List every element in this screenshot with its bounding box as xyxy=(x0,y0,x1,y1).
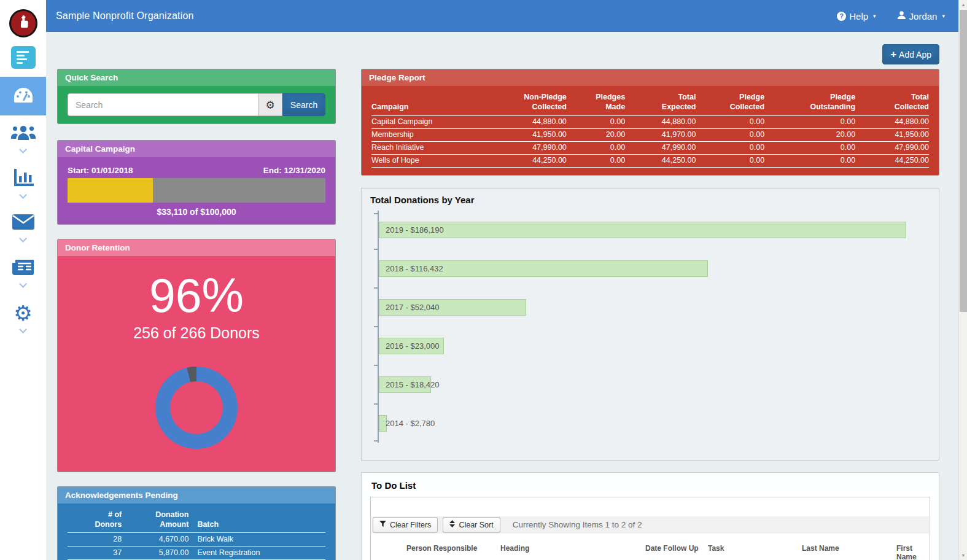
pledge-report-panel: Pledge Report Campaign Non-Pledge Collec… xyxy=(361,69,939,176)
campaign-end-date: End: 12/31/2020 xyxy=(263,166,325,175)
scrollbar-thumb[interactable] xyxy=(960,10,967,312)
column-header: Pledges Made xyxy=(567,90,625,115)
campaign-progress-caption: $33,110 of $100,000 xyxy=(68,207,325,217)
donor-retention-panel: Donor Retention 96% 256 of 266 Donors xyxy=(57,239,336,472)
gear-icon: ⚙ xyxy=(265,99,274,111)
table-row: Reach Initiative47,990.000.0047,990.000.… xyxy=(371,141,929,154)
todo-table-container: Clear Filters Clear Sort Currently Showi… xyxy=(370,497,930,560)
clear-filters-button[interactable]: Clear Filters xyxy=(373,517,438,533)
sidebar-item-news[interactable] xyxy=(0,250,46,295)
chart-title: Total Donations by Year xyxy=(370,195,930,205)
gear-icon: ⚙ xyxy=(14,303,32,324)
todo-list-panel: To Do List Clear Filters xyxy=(361,472,939,560)
column-header: Pledge Outstanding xyxy=(764,90,855,115)
sidebar-item-reports[interactable] xyxy=(0,160,46,205)
pledge-report-title: Pledge Report xyxy=(362,69,939,86)
add-app-label: Add App xyxy=(899,50,931,60)
help-menu[interactable]: ? Help ▾ xyxy=(837,11,876,21)
retention-caption: 256 of 266 Donors xyxy=(58,324,335,342)
plus-icon: + xyxy=(890,49,896,61)
help-icon: ? xyxy=(837,12,846,21)
reminder-hand-icon xyxy=(15,14,32,33)
acknowledgements-panel: Acknowledgements Pending # of Donors Don… xyxy=(57,486,336,560)
app-logo[interactable] xyxy=(9,9,37,37)
chart-bar-2014: 2014 - $2,780 xyxy=(379,415,387,432)
table-row: 28 4,670.00 Brick Walk xyxy=(68,532,325,546)
caret-down-icon: ▾ xyxy=(873,13,876,19)
campaign-start-date: Start: 01/01/2018 xyxy=(68,166,133,175)
todo-status-text: Currently Showing Items 1 to 2 of 2 xyxy=(513,520,642,529)
column-header[interactable]: Person Responsible xyxy=(406,544,500,560)
user-icon xyxy=(897,10,906,21)
column-header: Total Collected xyxy=(855,90,929,115)
sidebar-item-settings[interactable]: ⚙ xyxy=(0,295,46,340)
sidebar-item-contacts[interactable] xyxy=(0,115,46,160)
help-label: Help xyxy=(849,11,868,21)
chart-bar-2017: 2017 - $52,040 xyxy=(379,299,526,316)
campaign-progress-track xyxy=(68,178,325,203)
chevron-down-icon[interactable] xyxy=(19,235,27,243)
menu-toggle-button[interactable] xyxy=(11,46,36,69)
capital-campaign-title: Capital Campaign xyxy=(58,141,335,157)
retention-percent: 96% xyxy=(58,256,335,319)
column-header[interactable]: Date Follow Up xyxy=(645,544,708,560)
chevron-down-icon[interactable] xyxy=(19,191,27,199)
todo-title: To Do List xyxy=(362,473,939,497)
dashboard-page: { "topbar": { "title": "Sample Nonprofit… xyxy=(0,0,967,560)
column-header[interactable]: Heading xyxy=(500,544,645,560)
column-header[interactable]: First Name xyxy=(896,544,930,560)
column-header: # of Donors xyxy=(68,508,122,532)
search-options-button[interactable]: ⚙ xyxy=(258,93,282,116)
sidebar: ⚙ xyxy=(0,0,46,560)
chevron-down-icon[interactable] xyxy=(19,325,27,333)
add-app-button[interactable]: + Add App xyxy=(882,44,939,64)
bar-chart-plot: 2019 - $186,190 2018 - $116,432 2017 - $… xyxy=(378,211,930,443)
chevron-down-icon[interactable] xyxy=(19,280,27,288)
caret-down-icon: ▾ xyxy=(942,13,945,19)
chart-bar-2018: 2018 - $116,432 xyxy=(379,260,708,277)
column-header[interactable]: Task xyxy=(708,544,802,560)
table-row: 37 5,870.00 Event Registration xyxy=(68,546,325,559)
retention-donut-chart xyxy=(155,367,238,449)
search-input[interactable] xyxy=(68,93,258,116)
search-button[interactable]: Search xyxy=(282,93,325,116)
chart-bar-2016: 2016 - $23,000 xyxy=(379,338,444,354)
donations-by-year-panel: Total Donations by Year 2019 - $186,190 … xyxy=(361,188,939,461)
table-row: Capital Campaign44,880.000.0044,880.000.… xyxy=(371,115,929,128)
dashboard-gauge-icon xyxy=(11,85,36,107)
envelope-icon xyxy=(12,214,35,233)
quick-search-panel: Quick Search ⚙ Search xyxy=(57,69,336,124)
capital-campaign-panel: Capital Campaign Start: 01/01/2018 End: … xyxy=(57,140,336,225)
column-header: Campaign xyxy=(371,90,494,115)
column-header: Total Expected xyxy=(625,90,696,115)
column-header: Donation Amount xyxy=(122,508,188,532)
scroll-down-icon[interactable]: ▼ xyxy=(959,551,967,560)
table-row: Wells of Hope44,250.000.0044,250.000.000… xyxy=(371,154,929,167)
user-menu[interactable]: Jordan ▾ xyxy=(897,10,945,21)
chevron-down-icon[interactable] xyxy=(19,146,27,154)
top-bar: Sample Nonprofit Organization ? Help ▾ J… xyxy=(46,0,958,32)
vertical-scrollbar[interactable]: ▲ ▼ xyxy=(958,0,967,560)
chart-bar-2015: 2015 - $18,420 xyxy=(379,376,431,393)
scroll-up-icon[interactable]: ▲ xyxy=(959,0,967,9)
filter-funnel-icon xyxy=(379,521,386,529)
sidebar-item-dashboard[interactable] xyxy=(0,77,46,115)
column-header: Pledge Collected xyxy=(696,90,764,115)
donor-retention-title: Donor Retention xyxy=(58,239,335,256)
campaign-progress-fill xyxy=(68,178,153,203)
sidebar-item-mail[interactable] xyxy=(0,205,46,250)
bar-chart-icon xyxy=(12,168,34,189)
people-icon xyxy=(10,124,36,144)
acknowledgements-table: # of Donors Donation Amount Batch 28 4,6… xyxy=(68,508,325,560)
user-name: Jordan xyxy=(909,11,938,21)
column-header: Non-Pledge Collected xyxy=(494,90,567,115)
column-header[interactable]: Last Name xyxy=(802,544,896,560)
clear-sort-button[interactable]: Clear Sort xyxy=(443,517,500,533)
pledge-report-table: Campaign Non-Pledge Collected Pledges Ma… xyxy=(371,90,929,168)
newspaper-icon xyxy=(12,259,35,278)
todo-column-headers: Person Responsible Heading Date Follow U… xyxy=(371,544,930,560)
quick-search-title: Quick Search xyxy=(58,69,335,86)
org-title: Sample Nonprofit Organization xyxy=(56,10,194,21)
column-header: Batch xyxy=(188,508,325,532)
table-row: Membership41,950.0020.0041,970.000.0020.… xyxy=(371,128,929,141)
